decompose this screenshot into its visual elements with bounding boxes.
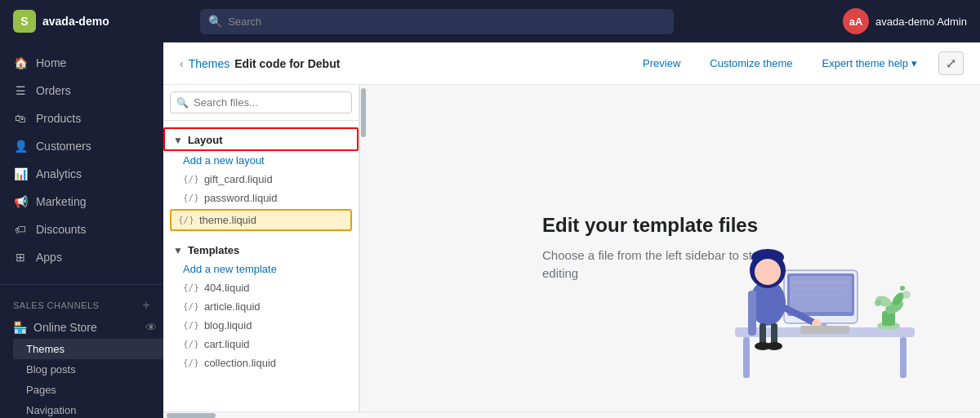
logo[interactable]: S avada-demo [13, 10, 109, 33]
avatar: aA [843, 8, 869, 34]
file-item-article[interactable]: {/} article.liquid [163, 297, 359, 316]
file-search-bar: 🔍 [163, 85, 359, 121]
username-label: avada-demo Admin [875, 16, 967, 28]
add-layout-link[interactable]: Add a new layout [163, 151, 359, 170]
file-item-theme-liquid[interactable]: {/} theme.liquid [170, 209, 352, 231]
sidebar-label-analytics: Analytics [36, 167, 82, 180]
breadcrumb-link[interactable]: Themes [189, 57, 230, 70]
svg-rect-22 [748, 291, 756, 336]
sidebar-item-analytics[interactable]: 📊 Analytics [0, 160, 163, 188]
fold-icon: ▼ [173, 245, 183, 256]
file-item-cart[interactable]: {/} cart.liquid [163, 335, 359, 354]
fold-icon: ▼ [173, 135, 183, 146]
sidebar-nav: 🏠 Home ☰ Orders 🛍 Products 👤 Customers 📊… [0, 42, 163, 278]
scrollbar-thumb [361, 88, 366, 137]
liquid-icon: {/} [183, 339, 199, 349]
file-panel-scrollbar[interactable] [359, 85, 366, 411]
customers-icon: 👤 [13, 139, 28, 153]
svg-point-29 [900, 286, 905, 291]
file-item-password[interactable]: {/} password.liquid ➡ [163, 189, 359, 207]
editor-area: 🔍 ▼ Layout Add a new layout [163, 85, 980, 411]
topbar: S avada-demo 🔍 aA avada-demo Admin [0, 0, 980, 42]
add-sales-channel-button[interactable]: + [142, 298, 150, 313]
sidebar-label-orders: Orders [36, 84, 71, 97]
sidebar-item-customers[interactable]: 👤 Customers [0, 132, 163, 160]
sidebar-item-blog-posts[interactable]: Blog posts [13, 359, 163, 380]
file-list: ▼ Layout Add a new layout {/} gift_card.… [163, 121, 359, 411]
svg-rect-2 [900, 337, 906, 378]
discounts-icon: 🏷 [13, 222, 28, 237]
sidebar-sub-nav: Themes Blog posts Pages Navigation Domai… [0, 339, 163, 418]
sidebar-label-home: Home [36, 56, 66, 69]
sidebar-item-orders[interactable]: ☰ Orders [0, 77, 163, 104]
liquid-icon: {/} [183, 193, 199, 203]
svg-rect-21 [800, 326, 849, 334]
liquid-icon: {/} [183, 301, 199, 312]
svg-rect-1 [743, 337, 750, 378]
expand-button[interactable]: ⤢ [938, 51, 964, 75]
analytics-icon: 📊 [13, 167, 28, 181]
welcome-panel: Edit your template files Choose a file f… [366, 85, 980, 411]
eye-icon[interactable]: 👁 [145, 321, 157, 334]
header-actions: Preview Customize theme Expert theme hel… [635, 51, 964, 75]
file-item-collection[interactable]: {/} collection.liquid [163, 354, 359, 372]
search-input[interactable] [200, 9, 674, 34]
svg-point-27 [902, 291, 911, 299]
liquid-icon: {/} [183, 358, 199, 368]
breadcrumb: ‹ Themes Edit code for Debut [180, 57, 340, 70]
templates-section-header: ▼ Templates [163, 238, 359, 260]
sidebar-item-discounts[interactable]: 🏷 Discounts [0, 216, 163, 243]
svg-point-26 [766, 342, 782, 350]
sidebar-item-marketing[interactable]: 📢 Marketing [0, 188, 163, 216]
file-item-404[interactable]: {/} 404.liquid [163, 278, 359, 297]
sidebar-item-themes[interactable]: Themes [13, 339, 163, 359]
file-search-input[interactable] [170, 91, 352, 113]
preview-button[interactable]: Preview [635, 52, 688, 74]
layout-section-header: ▼ Layout [163, 127, 359, 151]
breadcrumb-current: Edit code for Debut [234, 57, 340, 70]
products-icon: 🛍 [13, 111, 28, 126]
expert-help-button[interactable]: Expert theme help ▾ [813, 52, 925, 74]
file-search-icon: 🔍 [176, 97, 189, 109]
svg-point-19 [755, 259, 781, 285]
templates-section-label: Templates [188, 244, 239, 256]
sidebar-item-home[interactable]: 🏠 Home [0, 49, 163, 77]
sidebar-item-navigation[interactable]: Navigation [13, 400, 163, 418]
sidebar: 🏠 Home ☰ Orders 🛍 Products 👤 Customers 📊… [0, 42, 163, 418]
search-icon: 🔍 [208, 15, 222, 28]
sidebar-label-apps: Apps [36, 251, 62, 264]
apps-icon: ⊞ [13, 250, 28, 265]
add-template-link[interactable]: Add a new template [163, 260, 359, 278]
layout-section-label: Layout [188, 134, 223, 146]
sidebar-label-marketing: Marketing [36, 195, 86, 208]
sidebar-item-products[interactable]: 🛍 Products [0, 104, 163, 132]
sidebar-item-pages[interactable]: Pages [13, 380, 163, 400]
dropdown-arrow-icon: ▾ [911, 57, 917, 69]
liquid-icon: {/} [183, 282, 199, 293]
online-store-label: Online Store [33, 321, 139, 334]
search-bar[interactable]: 🔍 [200, 9, 674, 34]
logo-icon: S [13, 10, 36, 33]
illustration [686, 180, 931, 395]
sidebar-item-apps[interactable]: ⊞ Apps [0, 243, 163, 271]
online-store-icon: 🏪 [13, 321, 27, 334]
svg-rect-5 [790, 276, 852, 312]
horizontal-scrollbar[interactable] [163, 411, 980, 418]
customize-theme-button[interactable]: Customize theme [702, 52, 800, 74]
file-item-gift-card[interactable]: {/} gift_card.liquid [163, 170, 359, 189]
breadcrumb-back-icon: ‹ [180, 57, 184, 70]
sidebar-label-products: Products [36, 112, 81, 125]
content-area: ‹ Themes Edit code for Debut Preview Cus… [163, 42, 980, 418]
hscroll-thumb [167, 413, 216, 418]
content-header: ‹ Themes Edit code for Debut Preview Cus… [163, 42, 980, 85]
marketing-icon: 📢 [13, 194, 28, 209]
online-store-row[interactable]: 🏪 Online Store 👁 [0, 316, 163, 339]
file-item-blog[interactable]: {/} blog.liquid [163, 316, 359, 335]
file-panel: 🔍 ▼ Layout Add a new layout [163, 85, 359, 411]
sidebar-divider [0, 284, 163, 285]
liquid-icon: {/} [183, 174, 199, 185]
file-panel-outer: 🔍 ▼ Layout Add a new layout [163, 85, 366, 411]
home-icon: 🏠 [13, 56, 28, 70]
main-layout: 🏠 Home ☰ Orders 🛍 Products 👤 Customers 📊… [0, 42, 980, 418]
sidebar-label-discounts: Discounts [36, 223, 86, 236]
